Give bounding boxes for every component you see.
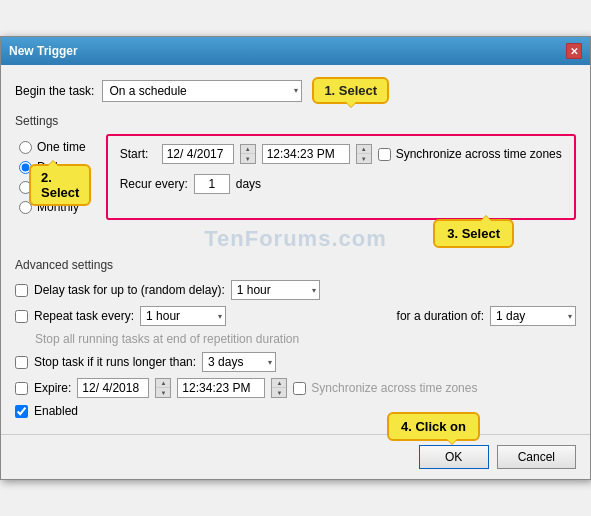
recur-row: Recur every: days: [120, 174, 562, 194]
annotation-1-bubble: 1. Select: [312, 77, 389, 104]
expire-sync-checkbox[interactable]: [293, 382, 306, 395]
start-time-up-btn[interactable]: ▲: [357, 145, 371, 154]
expire-time-down-btn[interactable]: ▼: [272, 388, 286, 397]
expire-time-up-btn[interactable]: ▲: [272, 379, 286, 388]
settings-label: Settings: [15, 114, 576, 128]
expire-date-input[interactable]: [77, 378, 149, 398]
stop-task-row: Stop task if it runs longer than: 3 days…: [15, 352, 576, 372]
annotation-3-bubble: 3. Select: [433, 219, 514, 248]
begin-task-select[interactable]: On a schedule At log on At startup On id…: [102, 80, 302, 102]
sync-timezone-label: Synchronize across time zones: [396, 147, 562, 161]
recur-value-input[interactable]: [194, 174, 230, 194]
expire-time-spinner[interactable]: ▲ ▼: [271, 378, 287, 398]
repeat-task-row: Repeat task every: 1 hour 5 minutes 10 m…: [15, 306, 576, 326]
expire-checkbox[interactable]: [15, 382, 28, 395]
repeat-task-select-wrap: 1 hour 5 minutes 10 minutes 15 minutes 3…: [140, 306, 226, 326]
annotation-4-bubble: 4. Click on: [387, 412, 480, 441]
expire-date-down-btn[interactable]: ▼: [156, 388, 170, 397]
expire-sync-item: Synchronize across time zones: [293, 381, 477, 395]
advanced-settings-label: Advanced settings: [15, 258, 576, 272]
expire-label: Expire:: [34, 381, 71, 395]
enabled-checkbox[interactable]: [15, 405, 28, 418]
start-date-down-btn[interactable]: ▼: [241, 154, 255, 163]
start-date-spinner[interactable]: ▲ ▼: [240, 144, 256, 164]
stop-repetition-label: Stop all running tasks at end of repetit…: [35, 332, 299, 346]
title-bar: New Trigger ✕: [1, 37, 590, 65]
cancel-button[interactable]: Cancel: [497, 445, 576, 469]
begin-task-row: Begin the task: On a schedule At log on …: [15, 77, 576, 104]
recur-label: Recur every:: [120, 177, 188, 191]
delay-task-label: Delay task for up to (random delay):: [34, 283, 225, 297]
recur-unit-label: days: [236, 177, 261, 191]
pink-box: Start: ▲ ▼ ▲ ▼ Synchronize across time z…: [106, 134, 576, 220]
start-row: Start: ▲ ▼ ▲ ▼ Synchronize across time z…: [120, 144, 562, 164]
annotation-2-bubble: 2. Select: [29, 164, 91, 206]
button-row: 4. Click on OK Cancel: [1, 434, 590, 479]
new-trigger-window: New Trigger ✕ Begin the task: On a sched…: [0, 36, 591, 480]
start-date-up-btn[interactable]: ▲: [241, 145, 255, 154]
start-label: Start:: [120, 147, 152, 161]
delay-task-select[interactable]: 1 hour 30 seconds 1 minute 30 minutes 8 …: [231, 280, 320, 300]
expire-sync-label: Synchronize across time zones: [311, 381, 477, 395]
delay-task-row: Delay task for up to (random delay): 1 h…: [15, 280, 576, 300]
repeat-task-select[interactable]: 1 hour 5 minutes 10 minutes 15 minutes 3…: [140, 306, 226, 326]
repeat-task-checkbox[interactable]: [15, 310, 28, 323]
close-button[interactable]: ✕: [566, 43, 582, 59]
repeat-task-label: Repeat task every:: [34, 309, 134, 323]
stop-task-select[interactable]: 3 days 1 hour 2 hours 4 hours 8 hours 12…: [202, 352, 276, 372]
expire-time-input[interactable]: [177, 378, 265, 398]
start-time-spinner[interactable]: ▲ ▼: [356, 144, 372, 164]
settings-inner: One time Daily Weekly Monthly 2: [15, 134, 576, 220]
radio-group-wrapper: One time Daily Weekly Monthly 2: [15, 134, 90, 220]
stop-task-label: Stop task if it runs longer than:: [34, 355, 196, 369]
duration-select-wrap: 1 day 15 minutes 30 minutes 1 hour 12 ho…: [490, 306, 576, 326]
start-time-input[interactable]: [262, 144, 350, 164]
sync-timezone-checkbox[interactable]: [378, 148, 391, 161]
delay-task-select-wrap: 1 hour 30 seconds 1 minute 30 minutes 8 …: [231, 280, 320, 300]
duration-wrapper: for a duration of: 1 day 15 minutes 30 m…: [397, 306, 576, 326]
start-date-input[interactable]: [162, 144, 234, 164]
radio-one-time-input[interactable]: [19, 141, 32, 154]
radio-one-time-label: One time: [37, 140, 86, 154]
enabled-label: Enabled: [34, 404, 78, 418]
sync-timezone-item: Synchronize across time zones: [378, 147, 562, 161]
begin-task-select-wrapper: On a schedule At log on At startup On id…: [102, 80, 302, 102]
stop-repetition-row: Stop all running tasks at end of repetit…: [15, 332, 576, 346]
expire-date-spinner[interactable]: ▲ ▼: [155, 378, 171, 398]
duration-label: for a duration of:: [397, 309, 484, 323]
begin-task-label: Begin the task:: [15, 84, 94, 98]
expire-row: Expire: ▲ ▼ ▲ ▼ Synchronize across time …: [15, 378, 576, 398]
radio-one-time[interactable]: One time: [19, 140, 86, 154]
delay-task-checkbox[interactable]: [15, 284, 28, 297]
duration-select[interactable]: 1 day 15 minutes 30 minutes 1 hour 12 ho…: [490, 306, 576, 326]
start-time-down-btn[interactable]: ▼: [357, 154, 371, 163]
main-content: Begin the task: On a schedule At log on …: [1, 65, 590, 430]
expire-date-up-btn[interactable]: ▲: [156, 379, 170, 388]
stop-task-checkbox[interactable]: [15, 356, 28, 369]
stop-task-select-wrap: 3 days 1 hour 2 hours 4 hours 8 hours 12…: [202, 352, 276, 372]
window-title: New Trigger: [9, 44, 78, 58]
enabled-row: Enabled: [15, 404, 576, 418]
